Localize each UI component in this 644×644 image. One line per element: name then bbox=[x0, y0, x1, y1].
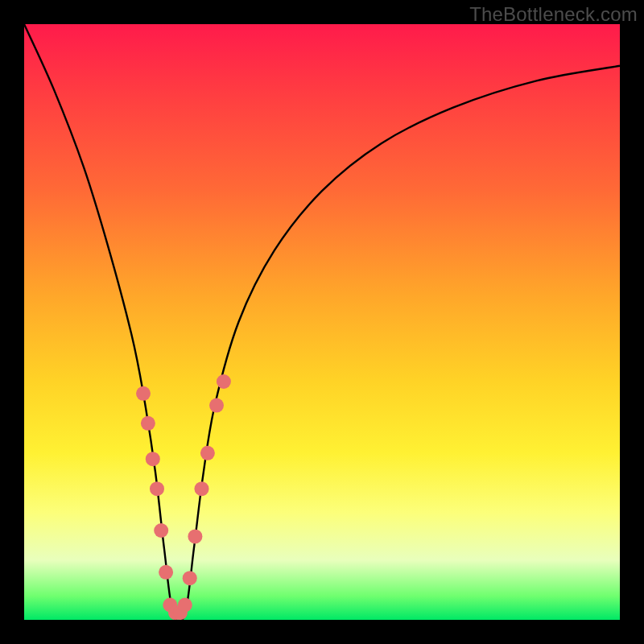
highlight-dot bbox=[183, 571, 197, 585]
highlight-dot bbox=[154, 523, 168, 538]
highlight-dot bbox=[195, 481, 209, 496]
plot-area bbox=[24, 24, 620, 620]
highlight-dot bbox=[200, 446, 215, 460]
highlight-dot bbox=[217, 374, 231, 389]
chart-frame: TheBottleneck.com bbox=[0, 0, 644, 644]
highlight-dot bbox=[159, 565, 173, 580]
highlight-dot bbox=[150, 481, 164, 496]
highlight-dot bbox=[141, 416, 155, 431]
highlight-dot bbox=[178, 598, 192, 613]
highlight-dot bbox=[136, 386, 151, 401]
highlight-dots bbox=[136, 374, 231, 620]
highlight-dot bbox=[188, 529, 202, 543]
curve-layer bbox=[24, 24, 620, 620]
watermark-text: TheBottleneck.com bbox=[469, 3, 638, 26]
bottleneck-curve bbox=[24, 24, 620, 622]
highlight-dot bbox=[209, 398, 224, 413]
highlight-dot bbox=[146, 452, 160, 466]
